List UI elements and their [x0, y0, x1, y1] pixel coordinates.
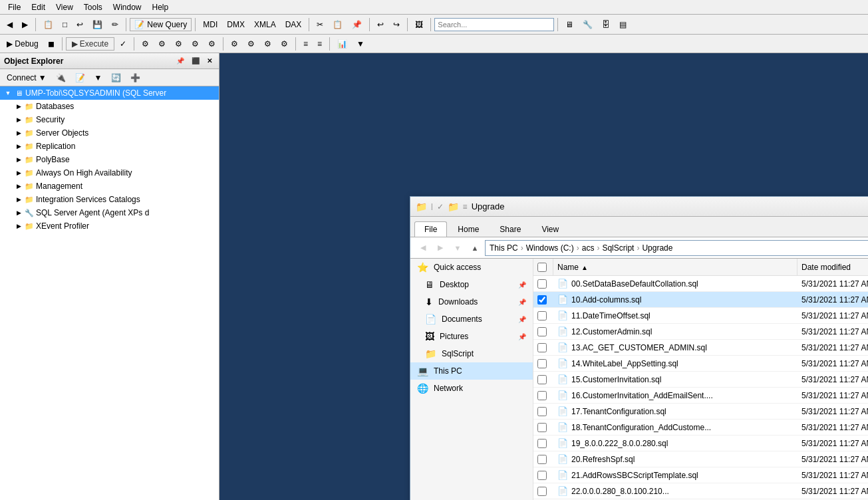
- stop-btn[interactable]: ◼: [44, 37, 59, 51]
- breadcrumb-part-5[interactable]: Upgrade: [642, 243, 672, 253]
- row8-check[interactable]: [533, 404, 553, 419]
- row9-check[interactable]: [533, 420, 553, 435]
- tree-item-security[interactable]: ▶ 📁 Security: [0, 113, 219, 126]
- row3-name[interactable]: 📄 12.CustomerAdmin.sql: [553, 324, 797, 339]
- toolbar-btn-4[interactable]: 💾: [88, 18, 106, 31]
- file-row-8[interactable]: 📄 17.TenantConfiguration.sql 5/31/2021 1…: [533, 404, 868, 420]
- toolbar-btn-3[interactable]: ↩: [72, 18, 87, 31]
- row7-checkbox[interactable]: [537, 391, 547, 400]
- toolbar-xmla[interactable]: XMLA: [250, 18, 280, 31]
- select-all-checkbox[interactable]: [537, 263, 547, 272]
- file-row-13[interactable]: 📄 22.0.0.0.280_8.0.100.210... 5/31/2021 …: [533, 483, 868, 499]
- row7-name[interactable]: 📄 16.CustomerInvitation_AddEmailSent....: [553, 388, 797, 403]
- oe-close-icon[interactable]: ✕: [204, 56, 215, 66]
- align-btn2[interactable]: ≡: [313, 37, 326, 51]
- col-name-header[interactable]: Name ▲: [553, 259, 797, 276]
- file-row-6[interactable]: 📄 15.CustomerInvitation.sql 5/31/2021 11…: [533, 372, 868, 388]
- row6-checkbox[interactable]: [537, 375, 547, 384]
- row8-checkbox[interactable]: [537, 407, 547, 416]
- file-row-0[interactable]: 📄 00.SetDataBaseDefaultCollation.sql 5/3…: [533, 276, 868, 292]
- row9-name[interactable]: 📄 18.TenantConfiguration_AddCustome...: [553, 420, 797, 435]
- execute-button[interactable]: ▶ Execute: [66, 37, 114, 51]
- row0-checkbox[interactable]: [537, 279, 547, 289]
- nav-network[interactable]: 🌐 Network: [410, 380, 533, 397]
- row6-name[interactable]: 📄 15.CustomerInvitation.sql: [553, 372, 797, 387]
- toolbar-btn-1[interactable]: 📋: [39, 18, 57, 31]
- row1-name[interactable]: 📄 10.Add-columns.sql: [553, 292, 797, 307]
- query-btn2[interactable]: ⚙: [154, 37, 170, 51]
- tree-server-node[interactable]: ▼ 🖥 UMP-Tobi\SQLSYSADMIN (SQL Server: [0, 86, 219, 100]
- row13-checkbox[interactable]: [537, 487, 547, 496]
- fe-breadcrumb[interactable]: This PC › Windows (C:) › acs › SqlScript…: [485, 240, 868, 256]
- toolbar-dmx[interactable]: DMX: [223, 18, 249, 31]
- query-btn7[interactable]: ⚙: [243, 37, 259, 51]
- toolbar-server[interactable]: 🗄: [598, 18, 614, 31]
- file-row-4[interactable]: 📄 13.AC_GET_CUSTOMER_ADMIN.sql 5/31/2021…: [533, 340, 868, 356]
- file-row-12[interactable]: 📄 21.AddRowsSBCScriptTemplate.sql 5/31/2…: [533, 467, 868, 483]
- replication-expand-icon[interactable]: ▶: [13, 141, 24, 152]
- toolbar-btn-2[interactable]: □: [59, 18, 71, 31]
- row1-checkbox[interactable]: [537, 295, 547, 305]
- new-query-button[interactable]: 📝 New Query: [130, 18, 192, 31]
- results-btn2[interactable]: ▼: [353, 37, 368, 51]
- toolbar-dax[interactable]: DAX: [281, 18, 306, 31]
- row5-check[interactable]: [533, 356, 553, 371]
- query-btn4[interactable]: ⚙: [188, 37, 203, 51]
- nav-documents[interactable]: 📄 Documents 📌: [410, 311, 533, 328]
- server-expand-icon[interactable]: ▼: [3, 88, 13, 98]
- file-row-9[interactable]: 📄 18.TenantConfiguration_AddCustome... 5…: [533, 420, 868, 436]
- sqlagent-expand-icon[interactable]: ▶: [13, 207, 24, 218]
- row5-checkbox[interactable]: [537, 359, 547, 368]
- breadcrumb-part-2[interactable]: Windows (C:): [526, 243, 574, 253]
- tab-view[interactable]: View: [531, 221, 569, 237]
- row6-check[interactable]: [533, 372, 553, 387]
- nav-pictures[interactable]: 🖼 Pictures 📌: [410, 328, 533, 345]
- tree-item-sql-agent[interactable]: ▶ 🔧 SQL Server Agent (Agent XPs d: [0, 206, 219, 219]
- oe-filter-button[interactable]: ▼: [90, 71, 106, 84]
- query-btn8[interactable]: ⚙: [260, 37, 275, 51]
- row12-name[interactable]: 📄 21.AddRowsSBCScriptTemplate.sql: [553, 467, 797, 483]
- row4-name[interactable]: 📄 13.AC_GET_CUSTOMER_ADMIN.sql: [553, 340, 797, 355]
- management-expand-icon[interactable]: ▶: [13, 181, 24, 191]
- oe-new-query-button[interactable]: 📝: [71, 71, 89, 84]
- query-btn9[interactable]: ⚙: [277, 37, 292, 51]
- toolbar-mdi[interactable]: MDI: [199, 18, 221, 31]
- nav-recent-button[interactable]: ▼: [450, 241, 465, 255]
- toolbar-cut[interactable]: ✂: [313, 18, 327, 31]
- toolbar-img[interactable]: 🖼: [411, 18, 427, 31]
- row10-check[interactable]: [533, 436, 553, 451]
- oe-disconnect-button[interactable]: 🔌: [52, 71, 70, 84]
- results-btn[interactable]: 📊: [333, 37, 351, 51]
- toolbar-redo[interactable]: ↪: [389, 18, 404, 31]
- toolbar-more[interactable]: ▤: [615, 18, 631, 31]
- query-btn6[interactable]: ⚙: [227, 37, 242, 51]
- tree-item-alwayson[interactable]: ▶ 📁 Always On High Availability: [0, 166, 219, 180]
- tree-item-integration[interactable]: ▶ 📁 Integration Services Catalogs: [0, 193, 219, 206]
- tree-item-replication[interactable]: ▶ 📁 Replication: [0, 140, 219, 153]
- toolbar-copy[interactable]: 📋: [329, 18, 347, 31]
- row10-checkbox[interactable]: [537, 439, 547, 448]
- menu-edit[interactable]: Edit: [26, 1, 51, 13]
- row2-name[interactable]: 📄 11.DateTimeOffset.sql: [553, 308, 797, 323]
- breadcrumb-part-4[interactable]: SqlScript: [602, 243, 634, 253]
- toolbar-monitor[interactable]: 🖥: [561, 18, 577, 31]
- row0-name[interactable]: 📄 00.SetDataBaseDefaultCollation.sql: [553, 276, 797, 291]
- tree-item-databases[interactable]: ▶ 📁 Databases: [0, 100, 219, 113]
- row4-checkbox[interactable]: [537, 343, 547, 352]
- file-row-2[interactable]: 📄 11.DateTimeOffset.sql 5/31/2021 11:27 …: [533, 308, 868, 324]
- tree-item-xevent[interactable]: ▶ 📁 XEvent Profiler: [0, 219, 219, 233]
- nav-back-button[interactable]: ◀: [416, 241, 430, 255]
- oe-connect-button[interactable]: Connect ▼: [3, 71, 51, 84]
- file-row-7[interactable]: 📄 16.CustomerInvitation_AddEmailSent....…: [533, 388, 868, 404]
- row11-checkbox[interactable]: [537, 455, 547, 464]
- file-row-11[interactable]: 📄 20.RefreshSpf.sql 5/31/2021 11:27 AM M…: [533, 451, 868, 467]
- nav-downloads[interactable]: ⬇ Downloads 📌: [410, 293, 533, 311]
- row2-check[interactable]: [533, 308, 553, 323]
- row11-name[interactable]: 📄 20.RefreshSpf.sql: [553, 451, 797, 467]
- row13-name[interactable]: 📄 22.0.0.0.280_8.0.100.210...: [553, 483, 797, 499]
- breadcrumb-part-3[interactable]: acs: [582, 243, 595, 253]
- row7-check[interactable]: [533, 388, 553, 403]
- tree-item-management[interactable]: ▶ 📁 Management: [0, 180, 219, 193]
- row3-check[interactable]: [533, 324, 553, 339]
- col-check[interactable]: [533, 259, 553, 276]
